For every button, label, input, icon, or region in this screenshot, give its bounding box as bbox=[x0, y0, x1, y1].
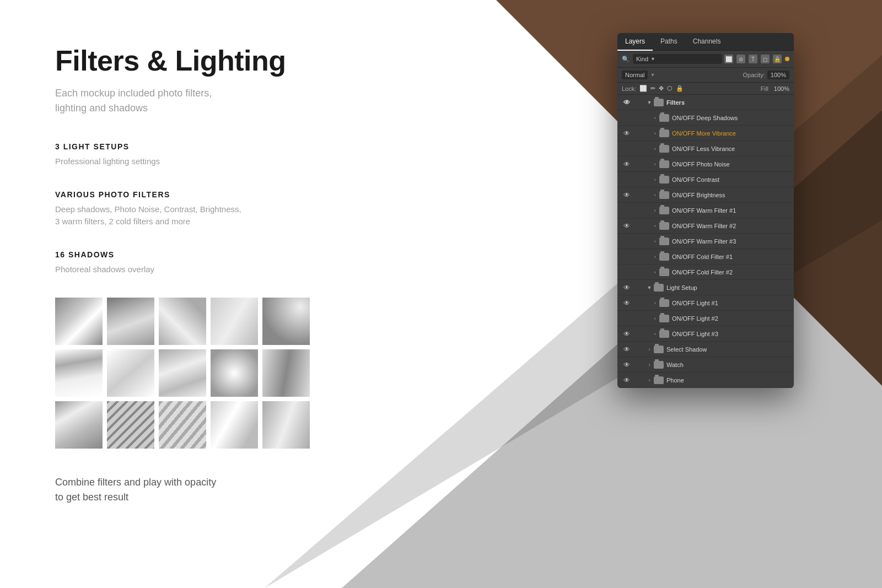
folder-icon-light-1 bbox=[659, 299, 669, 307]
layer-row-photo-noise[interactable]: 👁 › ON/OFF Photo Noise bbox=[617, 157, 794, 172]
cb-warm-2 bbox=[634, 221, 644, 231]
lock-icon-5[interactable]: 🔒 bbox=[676, 85, 684, 92]
filter-icon-5[interactable]: 🔒 bbox=[773, 55, 782, 63]
layer-name-photo-noise: ON/OFF Photo Noise bbox=[672, 161, 730, 168]
ps-panel: Layers Paths Channels 🔍 Kind ▼ ⬜ ⊘ T ◻ 🔒… bbox=[617, 33, 794, 388]
filter-icon-2[interactable]: ⊘ bbox=[736, 55, 745, 63]
layer-row-cold-2[interactable]: › ON/OFF Cold Filter #2 bbox=[617, 265, 794, 280]
arrow-warm-2[interactable]: › bbox=[652, 223, 658, 229]
shadow-grid bbox=[55, 298, 419, 449]
eye-select-shadow[interactable]: 👁 bbox=[622, 344, 632, 354]
cb-light-setup bbox=[634, 283, 644, 293]
cb-more-vibrance bbox=[634, 128, 644, 138]
blend-mode-chevron: ▼ bbox=[650, 72, 655, 78]
eye-warm-3[interactable] bbox=[622, 236, 632, 246]
eye-warm-2[interactable]: 👁 bbox=[622, 221, 632, 231]
kind-dropdown[interactable]: Kind ▼ bbox=[633, 54, 722, 64]
eye-phone[interactable]: 👁 bbox=[622, 375, 632, 385]
layer-row-warm-3[interactable]: › ON/OFF Warm Filter #3 bbox=[617, 234, 794, 249]
filter-icon-3[interactable]: T bbox=[749, 55, 757, 63]
eye-watch[interactable]: 👁 bbox=[622, 360, 632, 370]
arrow-filters[interactable]: ▼ bbox=[646, 99, 653, 106]
arrow-contrast[interactable]: › bbox=[652, 176, 658, 183]
opacity-value[interactable]: 100% bbox=[767, 71, 789, 79]
ps-opacity-row: Normal ▼ Opacity: 100% bbox=[617, 68, 794, 83]
cb-cold-2 bbox=[634, 267, 644, 277]
folder-icon-filters bbox=[654, 99, 664, 106]
layer-row-warm-2[interactable]: 👁 › ON/OFF Warm Filter #2 bbox=[617, 218, 794, 234]
ps-lock-row: Lock: ⬜ ✏ ✥ ⬡ 🔒 Fill 100% bbox=[617, 83, 794, 95]
eye-icon-select-shadow: 👁 bbox=[623, 346, 630, 353]
folder-icon-less-vibrance bbox=[659, 145, 669, 153]
arrow-phone[interactable]: › bbox=[646, 377, 653, 384]
arrow-watch[interactable]: › bbox=[646, 362, 653, 368]
layer-row-warm-1[interactable]: › ON/OFF Warm Filter #1 bbox=[617, 203, 794, 218]
eye-cold-1[interactable] bbox=[622, 252, 632, 262]
blend-mode-label[interactable]: Normal bbox=[622, 71, 648, 79]
layer-row-light-3[interactable]: 👁 › ON/OFF Light #3 bbox=[617, 326, 794, 342]
arrow-light-3[interactable]: › bbox=[652, 331, 658, 337]
shadow-thumb-6 bbox=[55, 349, 103, 397]
lock-icon-1[interactable]: ⬜ bbox=[639, 85, 647, 92]
shadow-thumb-2 bbox=[107, 298, 154, 345]
cb-filters bbox=[634, 98, 644, 107]
lock-icon-3[interactable]: ✥ bbox=[659, 85, 664, 92]
layer-row-phone[interactable]: 👁 › Phone bbox=[617, 373, 794, 388]
section-text-light: Professional lighting settings bbox=[55, 155, 419, 168]
arrow-warm-3[interactable]: › bbox=[652, 238, 658, 245]
eye-less-vibrance[interactable] bbox=[622, 144, 632, 154]
layer-row-more-vibrance[interactable]: 👁 › ON/OFF More Vibrance bbox=[617, 126, 794, 141]
page-title: Filters & Lighting bbox=[55, 44, 419, 77]
folder-icon-select-shadow bbox=[654, 346, 664, 353]
layer-row-contrast[interactable]: › ON/OFF Contrast bbox=[617, 172, 794, 187]
eye-icon-photo-noise: 👁 bbox=[623, 160, 630, 168]
arrow-cold-1[interactable]: › bbox=[652, 253, 658, 260]
eye-filters[interactable]: 👁 bbox=[622, 98, 632, 107]
arrow-photo-noise[interactable]: › bbox=[652, 161, 658, 168]
filter-icon-1[interactable]: ⬜ bbox=[724, 55, 733, 63]
folder-icon-light-3 bbox=[659, 330, 669, 338]
content-area: Filters & Lighting Each mockup included … bbox=[0, 0, 474, 588]
eye-light-setup[interactable]: 👁 bbox=[622, 283, 632, 293]
filter-icon-4[interactable]: ◻ bbox=[761, 55, 770, 63]
cb-select-shadow bbox=[634, 344, 644, 354]
eye-brightness[interactable]: 👁 bbox=[622, 190, 632, 200]
arrow-less-vibrance[interactable]: › bbox=[652, 145, 658, 152]
eye-light-1[interactable]: 👁 bbox=[622, 298, 632, 308]
cb-warm-3 bbox=[634, 236, 644, 246]
arrow-more-vibrance[interactable]: › bbox=[652, 130, 658, 137]
lock-icon-4[interactable]: ⬡ bbox=[667, 85, 673, 92]
page-subtitle: Each mockup included photo filters,light… bbox=[55, 86, 419, 116]
lock-icon-2[interactable]: ✏ bbox=[650, 85, 655, 92]
layer-row-light-2[interactable]: › ON/OFF Light #2 bbox=[617, 311, 794, 326]
eye-more-vibrance[interactable]: 👁 bbox=[622, 128, 632, 138]
layer-row-cold-1[interactable]: › ON/OFF Cold Filter #1 bbox=[617, 249, 794, 265]
arrow-select-shadow[interactable]: › bbox=[646, 346, 653, 353]
layer-row-less-vibrance[interactable]: › ON/OFF Less Vibrance bbox=[617, 141, 794, 157]
eye-light-3[interactable]: 👁 bbox=[622, 329, 632, 339]
tab-paths[interactable]: Paths bbox=[653, 33, 685, 50]
layer-row-deep-shadows[interactable]: › ON/OFF Deep Shadows bbox=[617, 110, 794, 126]
arrow-light-setup[interactable]: ▼ bbox=[646, 284, 653, 291]
layer-row-filters-group[interactable]: 👁 ▼ Filters bbox=[617, 95, 794, 110]
arrow-deep-shadows[interactable]: › bbox=[652, 115, 658, 121]
layer-row-brightness[interactable]: 👁 › ON/OFF Brightness bbox=[617, 187, 794, 203]
eye-cold-2[interactable] bbox=[622, 267, 632, 277]
layer-row-light-setup[interactable]: 👁 ▼ Light Setup bbox=[617, 280, 794, 295]
eye-photo-noise[interactable]: 👁 bbox=[622, 159, 632, 169]
arrow-cold-2[interactable]: › bbox=[652, 269, 658, 276]
arrow-warm-1[interactable]: › bbox=[652, 207, 658, 214]
layer-row-light-1[interactable]: 👁 › ON/OFF Light #1 bbox=[617, 295, 794, 311]
arrow-brightness[interactable]: › bbox=[652, 192, 658, 198]
arrow-light-1[interactable]: › bbox=[652, 300, 658, 306]
eye-contrast[interactable] bbox=[622, 175, 632, 185]
arrow-light-2[interactable]: › bbox=[652, 315, 658, 322]
layer-row-watch[interactable]: 👁 › Watch bbox=[617, 357, 794, 373]
tab-layers[interactable]: Layers bbox=[617, 33, 653, 51]
eye-deep-shadows[interactable] bbox=[622, 113, 632, 123]
layer-row-select-shadow[interactable]: 👁 › Select Shadow bbox=[617, 342, 794, 357]
fill-value[interactable]: 100% bbox=[774, 85, 789, 92]
eye-light-2[interactable] bbox=[622, 314, 632, 323]
tab-channels[interactable]: Channels bbox=[685, 33, 729, 50]
eye-warm-1[interactable] bbox=[622, 206, 632, 215]
